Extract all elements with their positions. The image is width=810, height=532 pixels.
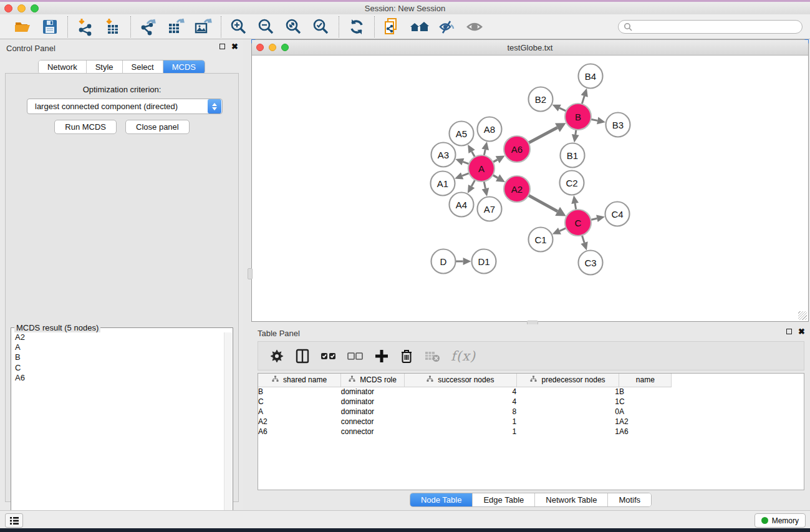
tab-edge-table[interactable]: Edge Table: [473, 493, 535, 506]
add-column-icon[interactable]: [374, 349, 389, 364]
graph-edge[interactable]: [591, 218, 597, 220]
network-window-titlebar[interactable]: testGlobe.txt: [252, 40, 808, 56]
table-cell[interactable]: A6: [258, 427, 341, 437]
table-cell[interactable]: C: [619, 397, 672, 407]
eye-icon[interactable]: [465, 17, 485, 37]
table-cell[interactable]: dominator: [341, 387, 405, 397]
close-panel-button[interactable]: Close panel: [125, 120, 190, 134]
criterion-dropdown[interactable]: largest connected component (directed): [27, 99, 223, 114]
table-cell[interactable]: 4: [405, 387, 517, 397]
tab-network[interactable]: Network: [39, 60, 87, 74]
table-cell[interactable]: A2: [619, 417, 672, 427]
run-mcds-button[interactable]: Run MCDS: [54, 120, 117, 134]
table-cell[interactable]: connector: [341, 427, 405, 437]
list-item[interactable]: A2: [12, 332, 224, 342]
tab-mcds[interactable]: MCDS: [163, 60, 205, 74]
refresh-icon[interactable]: [347, 17, 367, 37]
table-cell[interactable]: dominator: [341, 397, 405, 407]
tab-style[interactable]: Style: [87, 60, 123, 74]
table-cell[interactable]: 8: [405, 407, 517, 417]
memory-button[interactable]: Memory: [755, 513, 806, 528]
column-header[interactable]: successor nodes: [405, 374, 517, 387]
tab-motifs[interactable]: Motifs: [608, 493, 651, 506]
search-field[interactable]: [618, 20, 803, 34]
column-header[interactable]: name: [619, 374, 672, 387]
tab-select[interactable]: Select: [123, 60, 163, 74]
import-table-icon[interactable]: [103, 17, 123, 37]
graph-edge[interactable]: [591, 119, 598, 120]
show-columns-icon[interactable]: [295, 349, 310, 364]
zoom-in-icon[interactable]: [229, 17, 249, 37]
column-header[interactable]: shared name: [258, 374, 341, 387]
table-cell[interactable]: A2: [258, 417, 341, 427]
table-cell[interactable]: 1: [405, 427, 517, 437]
tab-node-table[interactable]: Node Table: [410, 493, 473, 506]
mcds-result-scrollbar[interactable]: [224, 332, 232, 532]
graph-edge[interactable]: [529, 128, 557, 143]
tab-network-table[interactable]: Network Table: [535, 493, 608, 506]
float-panel-icon[interactable]: [219, 44, 225, 49]
table-cell[interactable]: 1: [516, 417, 619, 427]
table-cell[interactable]: 1: [516, 397, 619, 407]
table-cell[interactable]: 4: [405, 397, 517, 407]
graph-edge[interactable]: [484, 181, 485, 189]
zoom-out-icon[interactable]: [256, 17, 276, 37]
table-settings-gear-icon[interactable]: [269, 349, 284, 364]
graph-edge[interactable]: [528, 195, 557, 211]
table-cell[interactable]: A: [619, 407, 672, 417]
network-file-icon[interactable]: [382, 17, 402, 37]
table-row[interactable]: Adominator80A: [258, 407, 804, 417]
hide-details-icon[interactable]: [437, 17, 457, 37]
graph-edge[interactable]: [472, 152, 475, 157]
graph-edge[interactable]: [463, 162, 469, 164]
float-panel-icon[interactable]: [786, 329, 792, 334]
search-input[interactable]: [635, 22, 797, 31]
graph-edge[interactable]: [462, 173, 469, 176]
graph-edge[interactable]: [582, 96, 584, 104]
network-canvas[interactable]: B4B2BB3B1A5A8A6A3AA1A2C2A4A7C4CC1C3DD1: [253, 56, 808, 321]
graph-edge[interactable]: [559, 108, 566, 111]
task-history-button[interactable]: [5, 513, 23, 528]
close-panel-icon[interactable]: ✖: [798, 329, 805, 334]
table-cell[interactable]: dominator: [341, 407, 405, 417]
export-table-icon[interactable]: [166, 17, 186, 37]
graph-edge[interactable]: [575, 203, 576, 210]
table-cell[interactable]: C: [258, 397, 341, 407]
import-network-icon[interactable]: [75, 17, 95, 37]
node-table-container[interactable]: shared nameMCDS rolesuccessor nodesprede…: [258, 373, 804, 490]
table-cell[interactable]: connector: [341, 417, 405, 427]
table-row[interactable]: Bdominator41B: [258, 387, 804, 397]
graph-edge[interactable]: [576, 130, 576, 135]
column-header[interactable]: predecessor nodes: [516, 374, 619, 387]
graph-edge[interactable]: [471, 180, 475, 186]
graph-edge[interactable]: [559, 228, 566, 231]
table-cell[interactable]: A: [258, 407, 341, 417]
table-cell[interactable]: 0: [516, 407, 619, 417]
table-cell[interactable]: B: [619, 387, 672, 397]
panel-splitter-handle[interactable]: [248, 268, 253, 279]
export-network-icon[interactable]: [138, 17, 158, 37]
table-cell[interactable]: B: [258, 387, 341, 397]
export-image-icon[interactable]: [193, 17, 213, 37]
mcds-result-list[interactable]: A2ABCA6: [12, 332, 224, 532]
table-cell[interactable]: A6: [619, 427, 672, 437]
column-header[interactable]: MCDS role: [341, 374, 405, 387]
zoom-selected-icon[interactable]: [311, 17, 331, 37]
table-cell[interactable]: 1: [516, 427, 619, 437]
close-panel-icon[interactable]: ✖: [231, 44, 238, 49]
graph-edge[interactable]: [493, 160, 497, 162]
table-cell[interactable]: 1: [516, 387, 619, 397]
zoom-fit-icon[interactable]: [284, 17, 304, 37]
table-row[interactable]: Cdominator41C: [258, 397, 804, 407]
deselect-all-icon[interactable]: [347, 351, 364, 362]
table-row[interactable]: A2connector11A2: [258, 417, 804, 427]
list-item[interactable]: C: [12, 363, 224, 373]
select-all-icon[interactable]: [321, 351, 337, 362]
list-item[interactable]: B: [12, 352, 224, 362]
window-resize-grip[interactable]: [798, 311, 807, 320]
list-item[interactable]: A: [12, 342, 224, 352]
save-session-icon[interactable]: [40, 17, 60, 37]
home-icon[interactable]: [410, 17, 430, 37]
table-row[interactable]: A6connector11A6: [258, 427, 804, 437]
graph-edge[interactable]: [484, 150, 485, 156]
